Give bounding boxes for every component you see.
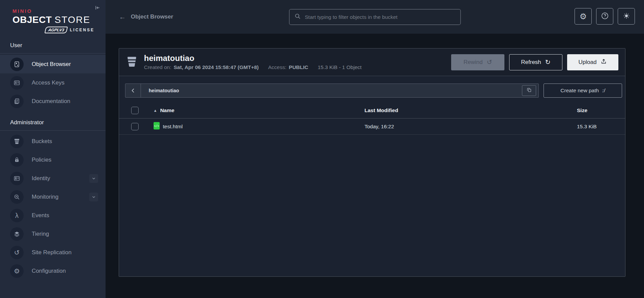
help-icon (601, 12, 609, 21)
tiering-icon (10, 227, 24, 241)
object-size: 15.3 KiB (577, 124, 625, 130)
objects-table: ▲ Name Last Modified Size </> test.html … (119, 102, 625, 135)
object-name-cell: </> test.html (153, 122, 364, 131)
gear-icon: ⚙ (580, 12, 587, 21)
sidebar-section-user: User (10, 33, 106, 49)
rewind-icon: ↺ (487, 59, 492, 65)
copy-path-button[interactable] (522, 85, 536, 96)
column-header-size[interactable]: Size (577, 107, 625, 113)
sidebar-item-buckets[interactable]: Buckets (0, 132, 106, 151)
current-path: heimatoutiao (149, 88, 179, 93)
column-header-last-modified[interactable]: Last Modified (364, 107, 577, 113)
content-area: heimatoutiao Created on:Sat, Apr 06 2024… (106, 34, 644, 298)
sidebar-item-label: Buckets (32, 138, 52, 145)
page-head: ← Object Browser (106, 13, 173, 21)
documentation-icon (10, 95, 24, 108)
sidebar-item-documentation[interactable]: Documentation (0, 92, 106, 110)
settings-button[interactable]: ⚙ (575, 8, 592, 25)
topbar-actions: ⚙ (575, 8, 635, 25)
table-row[interactable]: </> test.html Today, 16:22 15.3 KiB (119, 119, 625, 135)
refresh-icon: ↻ (545, 59, 551, 65)
sidebar-item-label: Monitoring (32, 194, 58, 200)
minio-wordmark: MINIO (12, 8, 94, 14)
sidebar-item-policies[interactable]: Policies (0, 151, 106, 169)
product-name: OBJECT STORE (12, 14, 94, 25)
rewind-button[interactable]: Rewind ↺ (451, 54, 504, 70)
select-all-checkbox[interactable] (131, 107, 139, 114)
create-new-path-button[interactable]: Create new path :/ (544, 84, 622, 98)
sidebar-item-label: Policies (32, 157, 52, 163)
sidebar-item-configuration[interactable]: ⚙ Configuration (0, 262, 106, 280)
bucket-panel: heimatoutiao Created on:Sat, Apr 06 2024… (119, 48, 625, 277)
sort-asc-icon: ▲ (153, 108, 157, 112)
bucket-created: Created on:Sat, Apr 06 2024 15:58:47 (GM… (144, 64, 259, 70)
sidebar-item-label: Configuration (32, 268, 66, 274)
bucket-icon (126, 55, 138, 70)
sidebar-item-label: Site Replication (32, 249, 71, 256)
configuration-icon: ⚙ (10, 264, 24, 278)
identity-icon (10, 172, 24, 185)
upload-icon (601, 58, 607, 66)
search-input[interactable] (305, 14, 455, 20)
html-file-icon: </> (153, 122, 160, 131)
search-icon (294, 13, 301, 21)
table-header: ▲ Name Last Modified Size (119, 102, 625, 119)
chevron-left-icon[interactable] (125, 84, 141, 97)
chevron-down-icon[interactable] (89, 174, 98, 183)
bucket-header: heimatoutiao Created on:Sat, Apr 06 2024… (119, 48, 625, 76)
bucket-info: heimatoutiao Created on:Sat, Apr 06 2024… (144, 54, 361, 70)
buckets-icon (10, 135, 24, 148)
object-last-modified: Today, 16:22 (364, 124, 577, 130)
page-title: Object Browser (131, 13, 173, 20)
divider (0, 130, 106, 131)
help-button[interactable] (596, 8, 613, 25)
bucket-meta: Created on:Sat, Apr 06 2024 15:58:47 (GM… (144, 64, 361, 70)
access-keys-icon (10, 76, 24, 90)
refresh-button[interactable]: Refresh ↻ (509, 54, 562, 70)
sidebar-item-label: Tiering (32, 231, 49, 237)
column-header-name[interactable]: ▲ Name (153, 107, 364, 113)
events-icon: λ (10, 209, 24, 222)
agpl-badge: AGPLV3 (44, 27, 68, 33)
policies-icon (10, 153, 24, 167)
topbar: ← Object Browser ⚙ (106, 0, 644, 34)
row-checkbox[interactable] (131, 123, 139, 130)
minio-logo: MINIO OBJECT STORE AGPLV3 LICENSE (0, 0, 94, 33)
sidebar-item-events[interactable]: λ Events (0, 206, 106, 225)
object-name: test.html (163, 124, 183, 130)
bucket-name: heimatoutiao (144, 54, 361, 63)
path-row: heimatoutiao Create new path :/ (125, 84, 622, 98)
sidebar-item-site-replication[interactable]: ↺ Site Replication (0, 243, 106, 262)
sidebar-item-object-browser[interactable]: Object Browser (0, 55, 106, 73)
search-box[interactable] (289, 9, 461, 25)
chevron-down-icon[interactable] (89, 193, 98, 201)
sidebar-item-label: Access Keys (32, 79, 64, 86)
license-label: LICENSE (70, 28, 94, 32)
monitoring-icon (10, 190, 24, 204)
collapse-sidebar-icon[interactable] (94, 5, 100, 12)
new-path-icon: :/ (602, 88, 605, 93)
copy-icon (526, 87, 532, 94)
bucket-actions: Rewind ↺ Refresh ↻ Upload (451, 54, 618, 70)
sidebar-item-label: Identity (32, 175, 50, 182)
sidebar-item-label: Object Browser (32, 61, 71, 68)
svg-text:</>: </> (154, 124, 159, 128)
sidebar-item-label: Documentation (32, 98, 70, 105)
bucket-access: Access:PUBLIC (268, 64, 308, 70)
license-row: AGPLV3 LICENSE (12, 27, 94, 33)
divider (0, 53, 106, 54)
sidebar: MINIO OBJECT STORE AGPLV3 LICENSE User O… (0, 0, 106, 298)
path-breadcrumb-bar: heimatoutiao (125, 84, 539, 98)
theme-button[interactable] (618, 8, 635, 25)
upload-button[interactable]: Upload (567, 54, 618, 70)
sidebar-section-administrator: Administrator (10, 110, 106, 126)
bucket-usage: 15.3 KiB - 1 Object (318, 64, 361, 70)
back-arrow-icon[interactable]: ← (119, 13, 126, 21)
sidebar-item-identity[interactable]: Identity (0, 169, 106, 188)
sidebar-item-access-keys[interactable]: Access Keys (0, 73, 106, 92)
sidebar-item-tiering[interactable]: Tiering (0, 225, 106, 243)
sun-icon (623, 12, 630, 21)
sidebar-item-label: Events (32, 212, 49, 219)
object-browser-icon (10, 58, 24, 71)
sidebar-item-monitoring[interactable]: Monitoring (0, 188, 106, 206)
